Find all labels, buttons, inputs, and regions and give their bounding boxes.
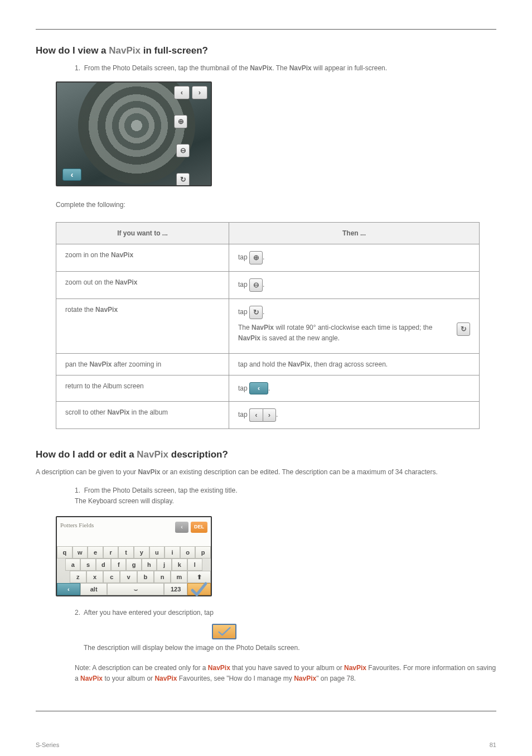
back-icon: ‹	[249, 382, 268, 394]
next-icon: ›	[192, 86, 207, 99]
zoom-in-icon	[249, 251, 263, 264]
heading-description: How do I add or edit a NavPix descriptio…	[36, 449, 496, 460]
footer-right: 81	[490, 741, 496, 748]
screenshot-keyboard: Potters Fields ‹ DEL q we rt yu io p as …	[56, 516, 212, 596]
ok-key	[187, 583, 211, 595]
rotate-icon: ↻	[176, 173, 190, 186]
footnote: Note: A description can be created only …	[75, 663, 496, 683]
footer-left: S-Series	[36, 741, 59, 748]
key: q	[57, 546, 72, 558]
desc-step-1: 1. From the Photo Details screen, tap th…	[75, 485, 496, 506]
keyboard-title: Potters Fields	[60, 522, 173, 528]
desc-step-2b: The description will display below the i…	[84, 643, 496, 653]
th-if: If you want to ...	[56, 223, 229, 244]
rotate-icon	[249, 306, 263, 319]
th-then: Then ...	[229, 223, 480, 244]
prev-icon: ‹	[174, 86, 190, 99]
desc-step-2: 2. After you have entered your descripti…	[75, 608, 496, 618]
del-button: DEL	[191, 522, 207, 533]
back-icon: ‹	[62, 168, 81, 181]
actions-table: If you want to ... Then ... zoom in on t…	[56, 222, 480, 429]
zoom-out-icon	[249, 278, 263, 292]
screenshot-fullscreen: ‹ › ⊕ ⊖ ↻ ‹	[56, 81, 212, 186]
rotate-icon	[457, 322, 470, 336]
complete-following: Complete the following:	[56, 200, 496, 210]
back-icon: ‹	[175, 522, 188, 533]
prev-next-icon: ‹›	[249, 408, 276, 422]
heading-fullscreen: How do I view a NavPix in full-screen?	[36, 45, 496, 56]
space-key: ⌣	[107, 583, 164, 595]
zoom-in-icon: ⊕	[174, 115, 187, 128]
desc-intro: A description can be given to your NavPi…	[36, 467, 496, 478]
step-1: 1. From the Photo Details screen, tap th…	[75, 63, 496, 74]
ok-icon	[212, 624, 236, 639]
zoom-out-icon: ⊖	[176, 144, 190, 157]
keyboard-back: ‹	[57, 583, 80, 595]
